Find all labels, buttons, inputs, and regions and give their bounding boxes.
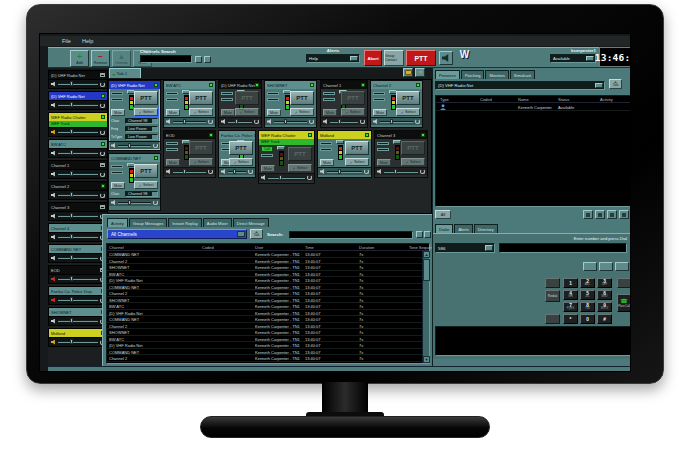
module-header[interactable]: Channel 2: [371, 81, 422, 89]
module-header[interactable]: (D) UHF Radio Net: [219, 81, 261, 89]
menu-help[interactable]: Help: [82, 38, 93, 44]
sidebar-channel-item[interactable]: EOD: [48, 265, 108, 284]
speaker-icon[interactable]: [51, 256, 56, 261]
ptt-button[interactable]: PTT: [235, 91, 259, 105]
replay-icon[interactable]: [100, 172, 105, 177]
talk-button[interactable]: ▲ Talk: [609, 79, 622, 89]
gain-sliders[interactable]: [267, 92, 279, 104]
slider-thumb[interactable]: [70, 339, 73, 344]
select-button[interactable]: ✓ Select: [396, 108, 420, 116]
volume-slider[interactable]: [330, 121, 358, 123]
activity-tab[interactable]: Group Messages: [129, 218, 167, 227]
module-header[interactable]: Midland: [318, 131, 371, 139]
speaker-icon[interactable]: [51, 130, 56, 135]
module-header[interactable]: (D) VHF Radio Net: [109, 81, 160, 89]
replay-icon[interactable]: [309, 119, 314, 124]
slider-thumb[interactable]: [70, 102, 73, 107]
channel-header[interactable]: EOD: [49, 266, 107, 274]
sidebar-channel-item[interactable]: Midland: [48, 328, 108, 347]
keypad-key[interactable]: 7 PQRS: [563, 302, 578, 312]
replay-icon[interactable]: [100, 151, 105, 156]
slider-thumb[interactable]: [70, 192, 73, 197]
dialer-tab[interactable]: Alerts: [454, 224, 472, 233]
keypad-key[interactable]: 5 JKL: [580, 290, 595, 300]
ptt-button[interactable]: PTT: [345, 141, 369, 155]
replay-icon[interactable]: [415, 119, 420, 124]
speaker-icon[interactable]: [373, 119, 378, 124]
replay-icon[interactable]: [307, 175, 312, 180]
presence-tab[interactable]: Patching: [461, 70, 485, 79]
close-tab-button[interactable]: ×: [415, 68, 425, 77]
slider-thumb[interactable]: [338, 169, 341, 174]
slider-thumb[interactable]: [284, 119, 287, 124]
speaker-icon[interactable]: [51, 103, 56, 108]
replay-icon[interactable]: [153, 200, 158, 205]
panel-icon-button[interactable]: [619, 210, 629, 219]
keypad-key[interactable]: 8 TUV: [580, 302, 595, 312]
speaker-icon[interactable]: [166, 119, 171, 124]
volume-slider[interactable]: [58, 341, 98, 343]
menu-file[interactable]: File: [62, 38, 71, 44]
keypad-key[interactable]: 4 GHI: [563, 290, 578, 300]
slider-thumb[interactable]: [70, 81, 73, 86]
presence-channel-dropdown[interactable]: (D) VHF Radio Net: [435, 81, 605, 90]
mute-button[interactable]: Mute: [261, 165, 275, 172]
select-button[interactable]: ✓ Select: [341, 108, 365, 116]
channel-header[interactable]: Channel 4: [49, 224, 107, 232]
dialer-function-button[interactable]: [617, 278, 631, 288]
volume-slider[interactable]: [173, 171, 206, 173]
select-button[interactable]: ✓ Select: [189, 108, 213, 116]
select-button[interactable]: ✓ Select: [134, 108, 158, 116]
sidebar-channel-item[interactable]: Channel 1: [48, 160, 108, 179]
scroll-thumb[interactable]: [423, 259, 430, 281]
replay-icon[interactable]: [364, 169, 369, 174]
mute-button[interactable]: Mute: [377, 159, 391, 166]
activity-tab[interactable]: Instant Replay: [168, 218, 202, 227]
sidebar-channel-item[interactable]: Channel 3: [48, 202, 108, 221]
replay-icon[interactable]: [360, 119, 365, 124]
speaker-icon[interactable]: [221, 169, 226, 174]
ptt-button[interactable]: PTT: [290, 91, 314, 105]
module-header[interactable]: COMMAND NET: [109, 154, 160, 162]
replay-icon[interactable]: [208, 169, 213, 174]
speaker-icon[interactable]: [221, 119, 226, 124]
channel-header[interactable]: (D) UHF Radio Net: [49, 71, 107, 79]
channel-header[interactable]: Fairfax Co. Police Disp.: [49, 287, 107, 295]
panel-icon-button[interactable]: [595, 210, 605, 219]
replay-icon[interactable]: [248, 169, 253, 174]
dial-number-input[interactable]: [499, 243, 627, 253]
volume-slider[interactable]: [58, 236, 98, 238]
all-button[interactable]: All: [435, 210, 451, 219]
speaker-icon[interactable]: [51, 235, 56, 240]
speaker-icon[interactable]: [320, 169, 325, 174]
mute-button[interactable]: Mute: [111, 109, 125, 116]
scrollbar[interactable]: ▲ ▼: [422, 251, 429, 363]
speaker-icon[interactable]: [51, 214, 56, 219]
slider-thumb[interactable]: [70, 297, 73, 302]
channel-filter-dropdown[interactable]: All Channels: [107, 229, 247, 239]
speaker-icon[interactable]: [166, 169, 171, 174]
select-button[interactable]: ✓ Select: [134, 181, 158, 189]
speaker-icon[interactable]: [267, 119, 272, 124]
group-contact-button[interactable]: Group Contact: [384, 50, 404, 66]
speaker-icon[interactable]: [51, 193, 56, 198]
dialer-tab[interactable]: Dialer: [435, 224, 453, 233]
mute-button[interactable]: Mute: [221, 109, 235, 116]
volume-slider[interactable]: [58, 173, 98, 175]
activity-tab[interactable]: Activity: [107, 218, 128, 227]
mute-button[interactable]: Mute: [373, 109, 387, 116]
volume-slider[interactable]: [58, 104, 98, 106]
volume-slider[interactable]: [327, 171, 362, 173]
replay-icon[interactable]: [100, 103, 105, 108]
module-header[interactable]: Fairfax Co. Police Disp.: [219, 131, 255, 139]
option-dropdown[interactable]: Low Power: [125, 134, 158, 140]
channel-header[interactable]: Channel 2: [49, 182, 107, 190]
speaker-icon[interactable]: [323, 119, 328, 124]
slider-thumb[interactable]: [70, 213, 73, 218]
slider-thumb[interactable]: [70, 129, 73, 134]
channel-header[interactable]: BW ATC: [49, 140, 107, 148]
presence-row[interactable]: Kenneth Carpenter Available: [436, 103, 630, 111]
volume-slider[interactable]: [384, 171, 418, 173]
volume-slider[interactable]: [274, 121, 307, 123]
slider-thumb[interactable]: [70, 234, 73, 239]
